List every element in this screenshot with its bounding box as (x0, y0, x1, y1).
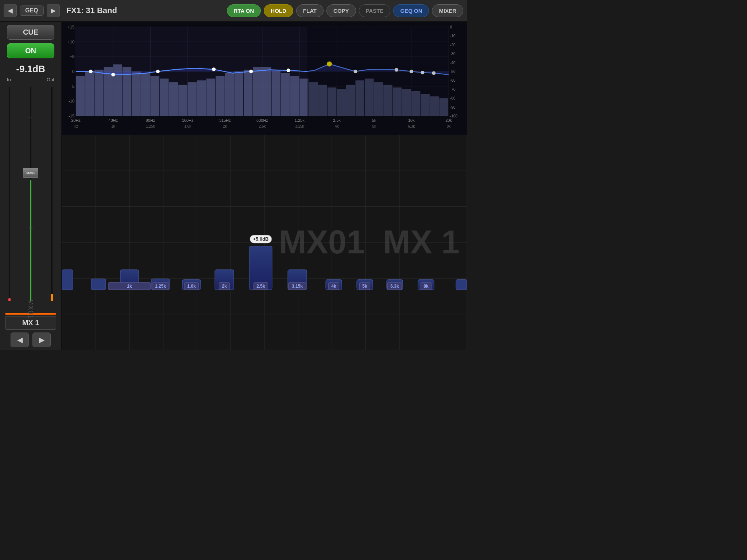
eq-canvas[interactable] (62, 22, 467, 135)
in-fader[interactable] (6, 84, 13, 304)
right-panel: MX01 MX 1 (62, 22, 467, 350)
mixer-button[interactable]: MIXER (432, 4, 463, 17)
paste-button[interactable]: PASTE (359, 4, 391, 17)
in-label: In (7, 77, 11, 82)
out-fader[interactable] (49, 84, 55, 304)
mixer-section: MX01 MX 1 (62, 135, 467, 350)
main-fader-handle[interactable]: MX01 (23, 168, 38, 178)
rta-on-button[interactable]: RTA ON (227, 4, 261, 17)
main-layout: CUE ON -9.1dB In Out (0, 22, 467, 350)
on-button[interactable]: ON (7, 43, 54, 58)
copy-button[interactable]: COPY (326, 4, 356, 17)
in-out-labels: In Out (7, 77, 54, 82)
hold-button[interactable]: HOLD (264, 4, 293, 17)
left-panel: CUE ON -9.1dB In Out (0, 22, 62, 350)
nav-left-button[interactable]: ◀ (4, 4, 17, 17)
flat-button[interactable]: FLAT (296, 4, 324, 17)
geq-label: GEQ (20, 5, 44, 16)
db-value: -9.1dB (16, 63, 45, 75)
channel-rotated-label: MX01 (27, 299, 35, 319)
fx-title: FX1: 31 Band (63, 6, 224, 15)
fader-area: MX01 (3, 84, 58, 304)
nav-right-button[interactable]: ▶ (47, 4, 60, 17)
top-bar: ◀ GEQ ▶ FX1: 31 Band RTA ON HOLD FLAT CO… (0, 0, 467, 22)
mixer-canvas[interactable] (62, 135, 467, 350)
eq-section (62, 22, 467, 135)
nav-bottom-left[interactable]: ◀ (11, 332, 29, 347)
nav-bottom: ◀ ▶ (11, 332, 51, 347)
out-label: Out (47, 77, 54, 82)
geq-on-button[interactable]: GEQ ON (393, 4, 429, 17)
main-fader[interactable]: MX01 (14, 84, 47, 304)
nav-bottom-right[interactable]: ▶ (32, 332, 51, 347)
cue-button[interactable]: CUE (7, 25, 54, 40)
fader-channel-label: MX01 (26, 171, 35, 175)
